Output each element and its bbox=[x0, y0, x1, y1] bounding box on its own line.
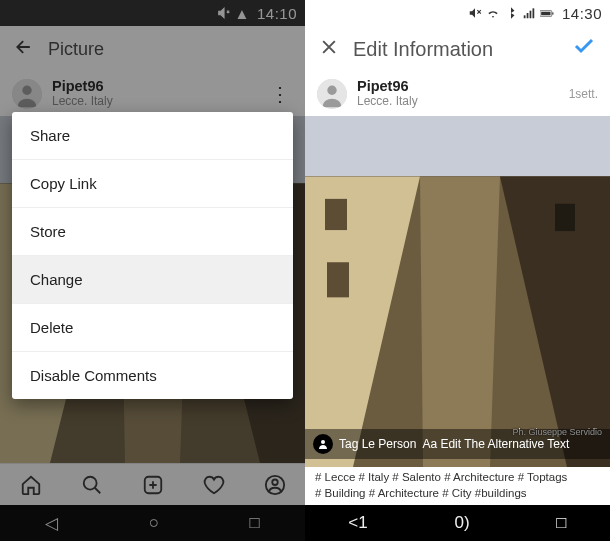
system-nav: ◁ ○ □ bbox=[0, 505, 305, 541]
post-time: 1sett. bbox=[569, 87, 598, 101]
edit-alt-text-label[interactable]: Aa Edit The Alternative Text bbox=[422, 437, 569, 451]
caption-input[interactable]: # Lecce # Italy # Salento # Architecture… bbox=[305, 467, 610, 505]
svg-marker-26 bbox=[420, 176, 500, 467]
menu-change[interactable]: Change bbox=[12, 255, 293, 303]
bluetooth-icon bbox=[504, 6, 518, 20]
nav-recent-icon[interactable]: □ bbox=[556, 513, 566, 533]
avatar[interactable] bbox=[12, 79, 42, 109]
user-name: Pipet96 bbox=[52, 79, 266, 95]
home-icon[interactable] bbox=[20, 474, 42, 496]
activity-icon[interactable] bbox=[203, 474, 225, 496]
user-location: Lecce. Italy bbox=[52, 95, 266, 108]
svg-rect-16 bbox=[532, 8, 534, 18]
signal-icon: ▲ bbox=[235, 6, 249, 20]
photo-image bbox=[305, 116, 610, 467]
nav-home-icon[interactable]: ○ bbox=[149, 513, 159, 533]
mute-icon bbox=[468, 6, 482, 20]
user-row[interactable]: Pipet96 Lecce. Italy ⋮ bbox=[0, 72, 305, 116]
nav-back-icon[interactable]: ◁ bbox=[45, 513, 58, 534]
close-icon[interactable] bbox=[319, 37, 339, 61]
svg-point-7 bbox=[83, 476, 96, 489]
mute-icon bbox=[217, 6, 231, 20]
svg-rect-14 bbox=[527, 13, 529, 18]
svg-rect-27 bbox=[325, 199, 347, 230]
system-nav: <1 0) □ bbox=[305, 505, 610, 541]
caption-line: # Building # Architecture # City #buildi… bbox=[315, 486, 600, 502]
svg-rect-19 bbox=[552, 12, 553, 14]
clock: 14:30 bbox=[562, 5, 602, 22]
tag-people-label[interactable]: Tag Le Person bbox=[339, 437, 416, 451]
user-meta: Pipet96 Lecce. Italy bbox=[357, 79, 569, 108]
topbar: Picture bbox=[0, 26, 305, 72]
add-post-icon[interactable] bbox=[142, 474, 164, 496]
svg-rect-13 bbox=[524, 15, 526, 18]
bottom-nav bbox=[0, 463, 305, 505]
svg-rect-28 bbox=[327, 262, 349, 297]
menu-share[interactable]: Share bbox=[12, 112, 293, 159]
page-title: Picture bbox=[48, 39, 291, 60]
status-bar: ▲ 14:10 bbox=[0, 0, 305, 26]
nav-home-icon[interactable]: 0) bbox=[454, 513, 469, 533]
status-bar: 14:30 bbox=[305, 0, 610, 26]
menu-store[interactable]: Store bbox=[12, 207, 293, 255]
svg-point-10 bbox=[272, 479, 278, 485]
wifi-icon bbox=[486, 6, 500, 20]
tag-strip: Tag Le Person Aa Edit The Alternative Te… bbox=[305, 429, 610, 459]
signal-icon bbox=[522, 6, 536, 20]
svg-point-21 bbox=[327, 86, 336, 95]
confirm-icon[interactable] bbox=[572, 34, 596, 64]
back-icon[interactable] bbox=[14, 37, 34, 61]
svg-rect-18 bbox=[541, 11, 550, 15]
more-options-icon[interactable]: ⋮ bbox=[266, 82, 293, 106]
menu-delete[interactable]: Delete bbox=[12, 303, 293, 351]
topbar: Edit Information bbox=[305, 26, 610, 72]
user-name: Pipet96 bbox=[357, 79, 569, 95]
clock: 14:10 bbox=[257, 5, 297, 22]
page-title: Edit Information bbox=[353, 38, 572, 61]
battery-icon bbox=[540, 6, 554, 20]
profile-icon[interactable] bbox=[264, 474, 286, 496]
svg-point-1 bbox=[22, 86, 31, 95]
user-row[interactable]: Pipet96 Lecce. Italy 1sett. bbox=[305, 72, 610, 116]
svg-rect-15 bbox=[530, 11, 532, 19]
search-icon[interactable] bbox=[81, 474, 103, 496]
nav-back-icon[interactable]: <1 bbox=[348, 513, 367, 533]
user-location: Lecce. Italy bbox=[357, 95, 569, 108]
photo-content: Ph. Giuseppe Servidio Tag Le Person Aa E… bbox=[305, 116, 610, 467]
menu-copy-link[interactable]: Copy Link bbox=[12, 159, 293, 207]
svg-rect-29 bbox=[555, 204, 575, 231]
caption-line: # Lecce # Italy # Salento # Architecture… bbox=[315, 470, 600, 486]
nav-recent-icon[interactable]: □ bbox=[249, 513, 259, 533]
svg-rect-22 bbox=[305, 116, 610, 176]
user-meta: Pipet96 Lecce. Italy bbox=[52, 79, 266, 108]
menu-disable-comments[interactable]: Disable Comments bbox=[12, 351, 293, 399]
tag-people-icon[interactable] bbox=[313, 434, 333, 454]
avatar[interactable] bbox=[317, 79, 347, 109]
svg-point-30 bbox=[321, 440, 325, 444]
context-menu: Share Copy Link Store Change Delete Disa… bbox=[12, 112, 293, 399]
